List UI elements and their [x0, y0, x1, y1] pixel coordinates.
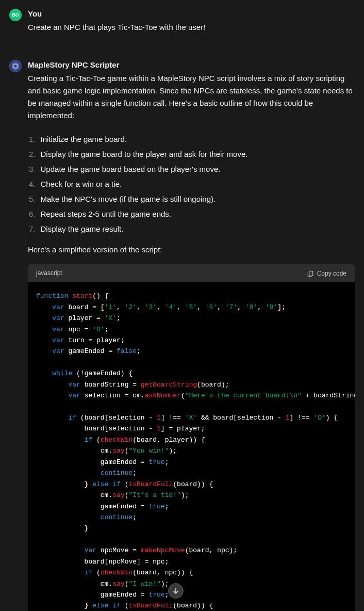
code-header: javascript Copy code	[28, 264, 355, 282]
list-number	[29, 223, 36, 235]
list-item: Display the game board to the player and…	[28, 148, 355, 160]
list-item: Check for a win or a tie.	[28, 178, 355, 190]
bot-message-content: MapleStory NPC Scripter Creating a Tic-T…	[28, 59, 355, 611]
bot-precode: Here's a simplified version of the scrip…	[28, 244, 355, 256]
user-message: BO You Create an NPC that plays Tic-Tac-…	[0, 0, 364, 34]
user-avatar: BO	[9, 9, 22, 21]
steps-list: Initialize the game board. Display the g…	[28, 133, 355, 235]
user-text: Create an NPC that plays Tic-Tac-Toe wit…	[28, 21, 355, 34]
list-number	[29, 148, 36, 160]
list-text: Make the NPC's move (if the game is stil…	[41, 193, 216, 205]
list-item: Make the NPC's move (if the game is stil…	[28, 193, 355, 205]
bot-name: MapleStory NPC Scripter	[28, 59, 355, 71]
list-item: Initialize the game board.	[28, 133, 355, 146]
list-number	[29, 193, 36, 205]
list-text: Update the game board based on the playe…	[41, 163, 221, 175]
list-item: Update the game board based on the playe…	[28, 163, 355, 175]
scroll-to-bottom-button[interactable]	[168, 583, 184, 599]
list-item: Repeat steps 2-5 until the game ends.	[28, 208, 355, 220]
list-text: Initialize the game board.	[41, 133, 127, 146]
list-number	[29, 208, 36, 220]
code-block: javascript Copy code function start() { …	[28, 264, 355, 611]
list-text: Display the game result.	[41, 223, 124, 235]
bot-avatar-icon	[10, 60, 21, 72]
list-number	[29, 163, 36, 175]
code-content[interactable]: function start() { var board = ['1', '2'…	[28, 282, 355, 611]
user-name: You	[28, 8, 355, 20]
copy-label: Copy code	[317, 270, 346, 277]
user-message-content: You Create an NPC that plays Tic-Tac-Toe…	[28, 8, 355, 34]
bot-avatar	[9, 60, 22, 72]
code-language: javascript	[36, 268, 62, 278]
list-text: Repeat steps 2-5 until the game ends.	[41, 208, 172, 220]
list-text: Check for a win or a tie.	[41, 178, 122, 190]
svg-rect-3	[309, 271, 312, 276]
list-number	[29, 178, 36, 190]
copy-code-button[interactable]: Copy code	[307, 270, 346, 277]
list-item: Display the game result.	[28, 223, 355, 235]
arrow-down-icon	[172, 587, 180, 595]
list-text: Display the game board to the player and…	[41, 148, 248, 160]
clipboard-icon	[307, 270, 314, 277]
bot-intro: Creating a Tic-Tac-Toe game within a Map…	[28, 72, 355, 122]
bot-message: MapleStory NPC Scripter Creating a Tic-T…	[0, 51, 364, 611]
list-number	[29, 133, 36, 146]
svg-point-2	[14, 65, 17, 68]
